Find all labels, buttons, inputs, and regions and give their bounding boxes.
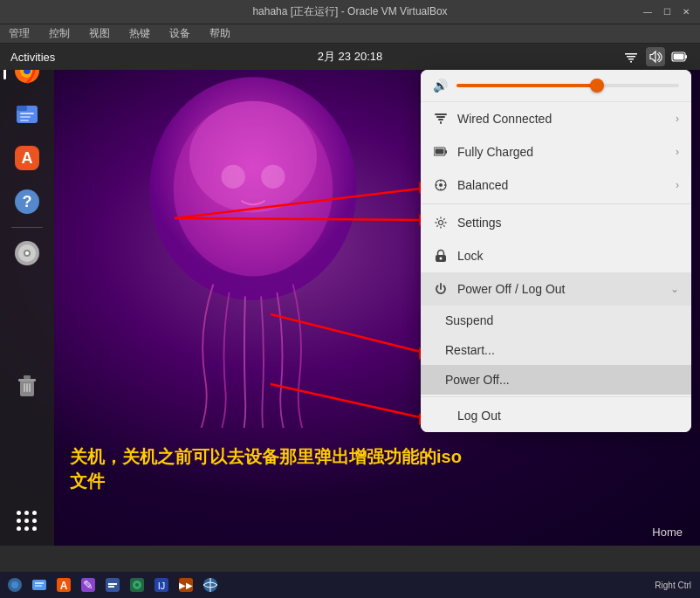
svg-text:✎: ✎ <box>83 578 93 592</box>
svg-text:?: ? <box>23 193 32 210</box>
battery-label: Fully Charged <box>457 145 667 159</box>
volume-fill <box>456 84 597 87</box>
svg-rect-30 <box>435 113 447 115</box>
restart-item[interactable]: Restart... <box>421 335 691 365</box>
close-button[interactable]: ✕ <box>679 5 693 19</box>
wired-arrow: › <box>676 113 679 125</box>
svg-rect-57 <box>35 582 44 584</box>
menu-devices[interactable]: 设备 <box>164 24 196 43</box>
taskbar-icon-5[interactable] <box>101 574 124 596</box>
balanced-icon <box>433 177 449 193</box>
taskbar-icon-8[interactable]: ▶▶ <box>175 574 197 596</box>
svg-rect-13 <box>20 113 34 114</box>
taskbar-icon-1[interactable] <box>3 574 26 596</box>
system-tray <box>621 47 690 66</box>
wired-connected-item[interactable]: Wired Connected › <box>421 102 691 135</box>
svg-point-6 <box>221 165 244 189</box>
taskbar-icon-network[interactable] <box>199 574 222 596</box>
gnome-topbar: Activities 2月 23 20:18 <box>0 44 700 70</box>
dock-item-help[interactable]: ? <box>7 182 47 222</box>
desktop: Activities 2月 23 20:18 <box>0 44 700 546</box>
svg-text:IJ: IJ <box>158 581 166 591</box>
balanced-arrow: › <box>676 179 679 191</box>
taskbar-icon-7[interactable]: IJ <box>150 574 173 596</box>
battery-tray-icon[interactable] <box>670 47 690 66</box>
svg-rect-26 <box>24 375 31 379</box>
titlebar: hahaha [正在运行] - Oracle VM VirtualBox — ☐… <box>0 0 700 24</box>
battery-arrow: › <box>676 146 679 158</box>
dock-item-files[interactable] <box>7 94 47 134</box>
balanced-label: Balanced <box>457 178 667 192</box>
battery-icon <box>433 144 449 160</box>
volume-tray-icon[interactable] <box>646 47 665 66</box>
power-off-arrow: ⌄ <box>670 283 679 295</box>
svg-point-23 <box>25 251 29 255</box>
network-tray-icon[interactable] <box>621 47 641 66</box>
jellyfish-graphic <box>105 61 401 428</box>
logout-item[interactable]: Log Out <box>421 399 691 432</box>
balanced-item[interactable]: Balanced › <box>421 168 691 202</box>
svg-rect-25 <box>18 379 36 381</box>
dock: A ? <box>0 44 54 546</box>
volume-row[interactable]: 🔊 <box>421 70 691 102</box>
svg-rect-32 <box>438 119 443 120</box>
power-off-sub-item[interactable]: Power Off... <box>421 365 691 395</box>
logout-label: Log Out <box>457 409 679 423</box>
svg-text:▶▶: ▶▶ <box>179 581 193 590</box>
power-off-sub-label: Power Off... <box>445 373 510 387</box>
svg-rect-58 <box>35 585 42 587</box>
power-off-item[interactable]: Power Off / Log Out ⌄ <box>421 272 691 306</box>
menu-help[interactable]: 帮助 <box>204 24 236 43</box>
menubar: 管理 控制 视图 热键 设备 帮助 <box>0 24 700 44</box>
annotation-line1: 关机，关机之前可以去设备那里弹出增强功能的iso <box>70 444 462 469</box>
taskbar-icon-3[interactable]: A <box>52 574 75 596</box>
svg-text:A: A <box>60 580 68 592</box>
svg-rect-12 <box>17 106 27 111</box>
power-icon <box>433 281 449 297</box>
settings-label: Settings <box>457 216 679 230</box>
settings-item[interactable]: Settings <box>421 206 691 239</box>
svg-point-43 <box>439 221 443 225</box>
menu-manage[interactable]: 管理 <box>3 24 35 43</box>
suspend-item[interactable]: Suspend <box>421 306 691 335</box>
taskbar-icon-2[interactable] <box>28 574 51 596</box>
svg-point-55 <box>11 581 18 588</box>
menu-control[interactable]: 控制 <box>44 24 75 43</box>
menu-view[interactable]: 视图 <box>84 24 115 43</box>
svg-rect-33 <box>440 121 442 124</box>
maximize-button[interactable]: ☐ <box>660 5 674 19</box>
wired-label: Wired Connected <box>457 112 667 126</box>
svg-point-38 <box>439 183 443 187</box>
dock-item-trash[interactable] <box>7 366 47 406</box>
panel-sep-2 <box>421 396 691 397</box>
dock-item-appstore[interactable]: A <box>7 138 47 178</box>
suspend-label: Suspend <box>445 313 493 327</box>
window-controls[interactable]: — ☐ ✕ <box>641 5 693 19</box>
svg-rect-64 <box>108 583 117 585</box>
annotation-text: 关机，关机之前可以去设备那里弹出增强功能的iso 文件 <box>70 444 462 493</box>
network-icon <box>433 111 449 127</box>
window-title: hahaha [正在运行] - Oracle VM VirtualBox <box>7 4 693 19</box>
svg-rect-27 <box>24 383 25 392</box>
datetime-display: 2月 23 20:18 <box>318 49 382 65</box>
dock-item-cd[interactable] <box>7 233 47 273</box>
home-label: Home <box>652 526 683 539</box>
svg-rect-28 <box>26 383 28 392</box>
menu-hotkeys[interactable]: 热键 <box>124 24 155 43</box>
volume-slider[interactable] <box>456 84 679 87</box>
dock-apps-grid[interactable] <box>7 505 47 537</box>
minimize-button[interactable]: — <box>641 5 655 19</box>
taskbar: A ✎ IJ ▶▶ <box>0 572 700 598</box>
svg-rect-36 <box>445 150 447 154</box>
activities-button[interactable]: Activities <box>10 51 55 64</box>
restart-label: Restart... <box>445 343 495 357</box>
lock-label: Lock <box>457 249 679 263</box>
lock-item[interactable]: Lock <box>421 239 691 272</box>
volume-thumb[interactable] <box>590 79 604 93</box>
battery-item[interactable]: Fully Charged › <box>421 135 691 168</box>
dock-separator-1 <box>11 227 43 228</box>
taskbar-icon-6[interactable] <box>126 574 148 596</box>
svg-rect-2 <box>685 55 687 58</box>
taskbar-icon-4[interactable]: ✎ <box>77 574 100 596</box>
volume-icon: 🔊 <box>433 79 448 93</box>
